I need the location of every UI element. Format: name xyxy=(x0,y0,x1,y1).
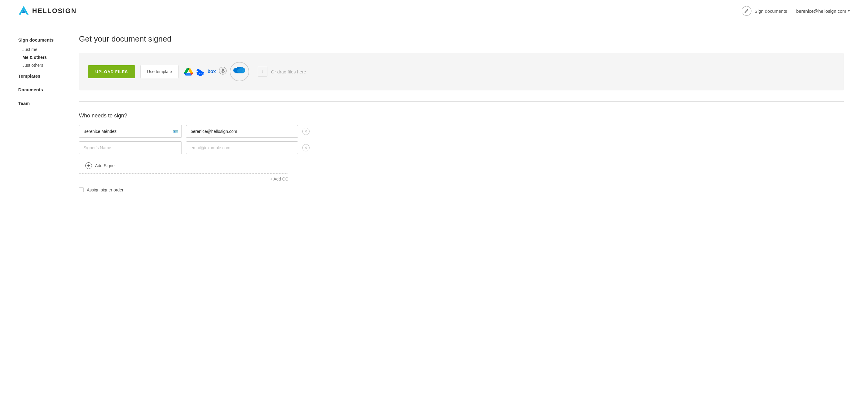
user-email-dropdown[interactable]: berenice@hellosign.com ▾ xyxy=(796,8,850,14)
signer-row-2: ✕ xyxy=(79,141,310,154)
assign-order-label: Assign signer order xyxy=(87,188,124,192)
box-icon[interactable]: box xyxy=(208,69,216,74)
sidebar-item-just-others[interactable]: Just others xyxy=(18,61,58,69)
header: HELLOSIGN Sign documents berenice@hellos… xyxy=(0,0,868,22)
section-divider xyxy=(79,101,844,102)
assign-order-checkbox[interactable] xyxy=(79,188,84,192)
add-cc-label: + Add CC xyxy=(270,177,288,182)
user-email-text: berenice@hellosign.com xyxy=(796,8,846,14)
google-drive-icon[interactable] xyxy=(184,68,193,75)
header-sign-docs[interactable]: Sign documents xyxy=(742,6,787,16)
main-content: Get your document signed UPLOAD FILES Us… xyxy=(67,22,868,412)
logo-area: HELLOSIGN xyxy=(18,5,76,17)
add-cc-link[interactable]: + Add CC xyxy=(79,177,288,182)
onedrive-icon[interactable] xyxy=(230,62,249,81)
upload-area: UPLOAD FILES Use template box xyxy=(79,53,844,90)
id-card-icon: 🪪 xyxy=(173,129,178,134)
header-sign-docs-label: Sign documents xyxy=(754,8,787,14)
add-signer-button[interactable]: + Add Signer xyxy=(79,158,288,173)
drag-files-label: Or drag files here xyxy=(271,69,306,74)
signer1-remove-button[interactable]: ✕ xyxy=(302,128,310,135)
pen-icon xyxy=(742,6,751,16)
signer2-name-input[interactable] xyxy=(79,141,182,154)
signer1-name-input[interactable] xyxy=(79,125,182,138)
audio-icon[interactable] xyxy=(219,67,227,76)
sidebar: Sign documents Just me Me & others Just … xyxy=(0,22,67,412)
signers-section: Who needs to sign? 🪪 ✕ ✕ + xyxy=(79,113,310,192)
signer-row-1: 🪪 ✕ xyxy=(79,125,310,138)
layout: Sign documents Just me Me & others Just … xyxy=(0,22,868,412)
signer2-email-input[interactable] xyxy=(186,141,298,154)
page-title: Get your document signed xyxy=(79,34,844,44)
add-signer-label: Add Signer xyxy=(95,163,116,168)
sidebar-link-templates[interactable]: Templates xyxy=(18,69,58,83)
chevron-down-icon: ▾ xyxy=(848,9,850,13)
assign-order-row: Assign signer order xyxy=(79,188,310,192)
drag-arrow-icon: ↓ xyxy=(258,67,268,76)
sidebar-item-just-me[interactable]: Just me xyxy=(18,45,58,54)
signer2-name-wrap xyxy=(79,141,182,154)
logo-text: HELLOSIGN xyxy=(32,7,76,15)
hellosign-logo-icon xyxy=(18,5,29,17)
add-signer-plus-icon: + xyxy=(85,162,92,169)
signer1-name-wrap: 🪪 xyxy=(79,125,182,138)
signer2-remove-button[interactable]: ✕ xyxy=(302,144,310,151)
sidebar-sign-documents-title: Sign documents xyxy=(18,37,58,42)
upload-files-button[interactable]: UPLOAD FILES xyxy=(88,65,135,78)
sidebar-item-me-others[interactable]: Me & others xyxy=(18,54,58,61)
sidebar-link-documents[interactable]: Documents xyxy=(18,83,58,96)
header-right: Sign documents berenice@hellosign.com ▾ xyxy=(742,6,850,16)
sidebar-link-team[interactable]: Team xyxy=(18,96,58,110)
svg-rect-4 xyxy=(222,69,224,72)
who-needs-sign-title: Who needs to sign? xyxy=(79,113,310,119)
cloud-icons: box xyxy=(184,62,249,81)
use-template-button[interactable]: Use template xyxy=(141,65,178,78)
dropbox-icon[interactable] xyxy=(196,67,205,76)
drag-files-area: ↓ Or drag files here xyxy=(258,67,306,76)
signer1-email-input[interactable] xyxy=(186,125,298,138)
